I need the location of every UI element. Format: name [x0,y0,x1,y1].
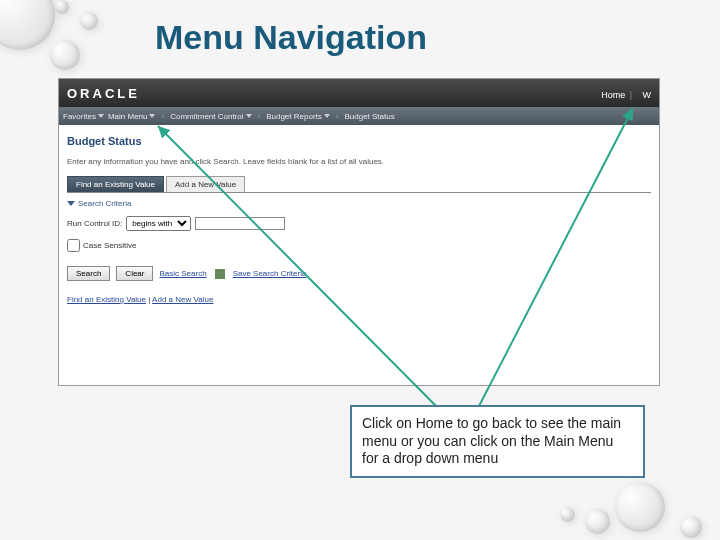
decorative-bubble [50,40,80,70]
basic-search-link[interactable]: Basic Search [159,269,206,278]
run-control-input[interactable] [195,217,285,230]
find-existing-link[interactable]: Find an Existing Value [67,295,146,304]
tab-strip: Find an Existing Value Add a New Value [67,176,651,193]
oracle-logo: ORACLE [67,86,140,101]
case-sensitive-row: Case Sensitive [67,239,651,252]
save-criteria-link[interactable]: Save Search Criteria [233,269,307,278]
search-criteria-label: Search Criteria [78,199,131,208]
case-sensitive-checkbox[interactable] [67,239,80,252]
tab-add-new[interactable]: Add a New Value [166,176,245,192]
header-links: Home | W [595,84,651,102]
page-title: Budget Status [67,135,651,147]
button-row: Search Clear Basic Search Save Search Cr… [67,266,651,281]
run-control-label: Run Control ID: [67,219,122,228]
decorative-bubble [0,0,55,50]
breadcrumb-favorites[interactable]: Favorites [63,112,104,121]
add-new-link[interactable]: Add a New Value [152,295,213,304]
breadcrumb-current: Budget Status [344,112,394,121]
slide-title: Menu Navigation [155,18,427,57]
collapse-icon [67,201,75,206]
callout-box: Click on Home to go back to see the main… [350,405,645,478]
bottom-links: Find an Existing Value | Add a New Value [67,295,651,304]
callout-text: Click on Home to go back to see the main… [362,415,621,466]
page-instruction: Enter any information you have and click… [67,157,651,166]
search-button[interactable]: Search [67,266,110,281]
case-sensitive-label: Case Sensitive [83,241,136,250]
page-content: Budget Status Enter any information you … [59,125,659,314]
decorative-bubble [585,509,610,534]
breadcrumb-separator: › [336,112,339,121]
decorative-bubble [560,507,575,522]
clear-button[interactable]: Clear [116,266,153,281]
save-icon [215,269,225,279]
app-header: ORACLE Home | W [59,79,659,107]
run-control-row: Run Control ID: begins with [67,216,651,231]
decorative-bubble [680,516,702,538]
breadcrumb-commitment-control[interactable]: Commitment Control [170,112,251,121]
decorative-bubble [55,0,69,14]
operator-select[interactable]: begins with [126,216,191,231]
home-link[interactable]: Home [601,90,625,100]
worklist-link[interactable]: W [643,90,652,100]
decorative-bubble [615,482,665,532]
breadcrumb: Favorites Main Menu › Commitment Control… [59,107,659,125]
breadcrumb-main-menu[interactable]: Main Menu [108,112,156,121]
decorative-bubble [80,12,98,30]
search-criteria-header[interactable]: Search Criteria [67,199,651,208]
breadcrumb-separator: › [258,112,261,121]
app-window: ORACLE Home | W Favorites Main Menu › Co… [58,78,660,386]
breadcrumb-separator: › [161,112,164,121]
breadcrumb-budget-reports[interactable]: Budget Reports [266,112,330,121]
tab-find-existing[interactable]: Find an Existing Value [67,176,164,192]
